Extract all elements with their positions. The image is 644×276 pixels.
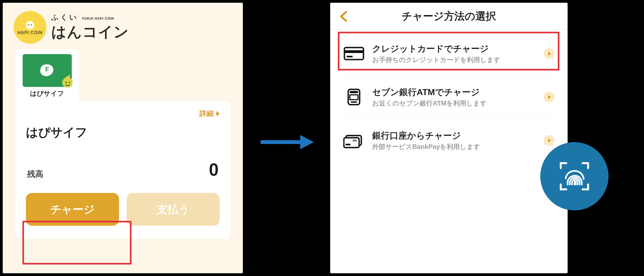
app-screen-wallet: HAPI COIN ふくい FUKUI HAPI COIN はんコイン F はぴ…: [3, 3, 243, 273]
charge-option-title: クレジットカードでチャージ: [372, 43, 536, 55]
detail-link-label: 詳細: [199, 109, 214, 118]
chevron-right-icon: [544, 92, 554, 102]
mascot-icon: [58, 74, 77, 90]
chevron-right-icon: [216, 111, 220, 116]
svg-rect-16: [345, 144, 350, 145]
balance-label: 残高: [27, 169, 43, 180]
fingerprint-button[interactable]: [540, 142, 609, 210]
detail-link[interactable]: 詳細: [199, 109, 220, 118]
balance-value: 0: [209, 160, 219, 180]
wallet-title: はぴサイフ: [26, 124, 220, 140]
charge-option-atm[interactable]: セブン銀行ATMでチャージ お近くのセブン銀行ATMを利用します: [338, 75, 559, 119]
wallet-card-wrap: F はぴサイフ 詳細 はぴサイフ 残高 0: [3, 49, 243, 239]
hapi-coin-badge: HAPI COIN: [14, 11, 46, 44]
svg-rect-8: [344, 50, 363, 53]
svg-rect-9: [347, 56, 353, 57]
back-button[interactable]: [338, 11, 349, 22]
charge-option-bank-account[interactable]: AN 銀行口座からチャージ 外部サービスBankPayを利用します: [338, 119, 559, 162]
wallet-card: 詳細 はぴサイフ 残高 0 チャージ 支払う: [15, 101, 231, 239]
bank-account-icon: AN: [343, 132, 365, 149]
svg-rect-7: [344, 48, 363, 60]
svg-text:AN: AN: [353, 139, 357, 142]
charge-screen-title: チャージ方法の選択: [349, 9, 548, 23]
charge-option-title: セブン銀行ATMでチャージ: [372, 86, 536, 98]
svg-text:F: F: [45, 66, 49, 73]
atm-icon: [343, 88, 365, 106]
chevron-right-icon: [544, 48, 554, 59]
wallet-tab-image: F: [23, 54, 72, 87]
svg-point-0: [28, 24, 29, 25]
charge-option-sub: 外部サービスBankPayを利用します: [372, 142, 536, 151]
svg-point-4: [68, 82, 70, 83]
charge-option-title: 銀行口座からチャージ: [372, 130, 536, 142]
svg-point-1: [31, 24, 32, 25]
charge-option-credit-card[interactable]: クレジットカードでチャージ お手持ちのクレジットカードを利用します: [338, 32, 559, 75]
wallet-tab[interactable]: F はぴサイフ: [15, 49, 79, 101]
pay-button[interactable]: 支払う: [127, 193, 220, 226]
charge-option-sub: お手持ちのクレジットカードを利用します: [372, 55, 536, 64]
chevron-right-icon: [544, 135, 554, 146]
charge-options-list: クレジットカードでチャージ お手持ちのクレジットカードを利用します セブン銀行A…: [330, 30, 568, 164]
svg-rect-11: [350, 91, 358, 93]
charge-option-sub: お近くのセブン銀行ATMを利用します: [372, 99, 536, 108]
fingerprint-icon: [555, 157, 594, 195]
app-screen-charge-method: チャージ方法の選択 クレジットカードでチャージ お手持ちのクレジットカードを利用…: [330, 3, 568, 273]
wallet-tab-label: はぴサイフ: [30, 89, 64, 98]
svg-point-3: [65, 82, 67, 83]
charge-button[interactable]: チャージ: [26, 193, 119, 226]
svg-marker-6: [300, 135, 314, 149]
credit-card-icon: [343, 45, 365, 62]
brand-furigana: ふくい: [51, 13, 78, 22]
brand-logo-text: はんコイン: [51, 22, 129, 42]
svg-rect-12: [350, 95, 358, 100]
wallet-balance-row: 残高 0: [26, 160, 220, 180]
hapi-coin-badge-label: HAPI COIN: [17, 30, 43, 35]
svg-rect-13: [351, 101, 357, 103]
brand-text: ふくい FUKUI HAPI COIN はんコイン: [51, 13, 129, 42]
charge-screen-header: チャージ方法の選択: [330, 3, 568, 30]
brand-header: HAPI COIN ふくい FUKUI HAPI COIN はんコイン: [3, 3, 243, 49]
flow-arrow: [259, 131, 314, 154]
brand-sub-en: FUKUI HAPI COIN: [82, 17, 114, 20]
